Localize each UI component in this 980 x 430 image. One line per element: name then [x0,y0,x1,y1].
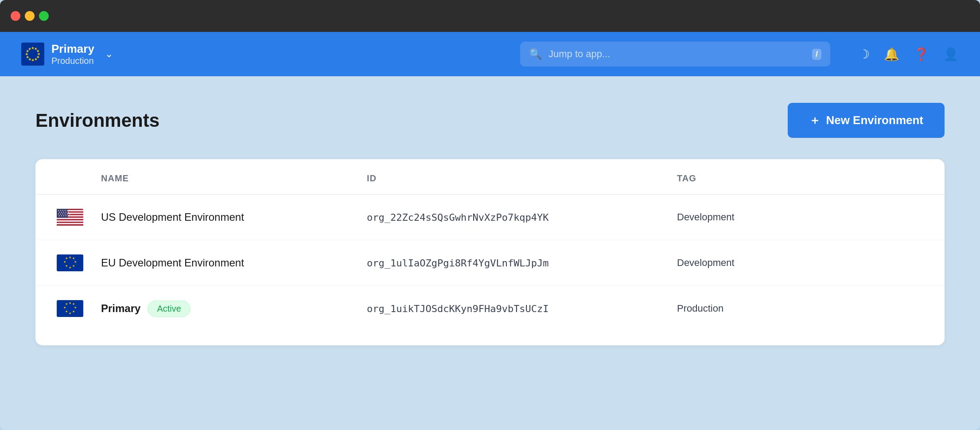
svg-rect-24 [57,223,83,224]
env-tag: Development [677,211,923,223]
us-flag-icon: ★ ★ ★ ★ ★ ★ ★ ★ ★ ★ ★ ★ ★ ★ ★ ★ ★ ★ ★ ★ … [57,209,83,226]
env-id: org_1ulIaOZgPgi8Rf4YgVLnfWLJpJm [367,258,677,269]
svg-text:★: ★ [65,302,68,305]
svg-rect-21 [57,219,83,220]
org-env: Production [51,56,94,66]
eu-flag-icon: ★ ★ ★ ★ ★ ★ ★ ★ [57,254,83,271]
environments-table: NAME ID TAG [35,159,945,345]
eu-flag-icon: ★ ★ ★ ★ ★ ★ ★ ★ [57,300,83,317]
plus-icon: ＋ [809,113,821,128]
svg-text:★: ★ [63,306,66,309]
active-badge: Active [148,301,190,317]
svg-rect-25 [57,224,83,226]
org-info: Primary Production [51,42,94,66]
svg-text:★: ★ [65,264,68,267]
main-content: Environments ＋ New Environment NAME ID T… [0,76,980,430]
col-header-id: ID [367,173,677,184]
svg-text:★: ★ [74,306,77,309]
minimize-button[interactable] [25,11,35,21]
nav-icons: ☽ 🔔 ❓ 👤 [859,47,959,62]
page-header: Environments ＋ New Environment [35,103,945,138]
flag-cell: ★ ★ ★ ★ ★ ★ ★ ★ ★ ★ ★ ★ ★ ★ ★ ★ ★ ★ ★ ★ … [57,209,101,226]
svg-text:★: ★ [69,256,71,259]
close-button[interactable] [11,11,20,21]
svg-text:★: ★ [72,257,75,260]
env-id: org_1uikTJOSdcKKyn9FHa9vbTsUCzI [367,303,677,314]
env-name: US Development Environment [101,211,367,223]
col-header-tag: TAG [677,173,923,184]
table-row[interactable]: ★ ★ ★ ★ ★ ★ ★ ★ ★ ★ ★ ★ ★ ★ ★ ★ ★ ★ ★ ★ … [35,195,945,240]
svg-text:★: ★ [63,260,66,263]
app-window: Primary Production ⌄ 🔍 / ☽ 🔔 ❓ 👤 Environ… [0,0,980,430]
navbar: Primary Production ⌄ 🔍 / ☽ 🔔 ❓ 👤 [0,32,980,76]
env-id: org_22Zc24sSQsGwhrNvXzPo7kqp4YK [367,212,677,223]
org-name: Primary [51,42,94,56]
table-header: NAME ID TAG [35,173,945,195]
traffic-lights [11,11,49,21]
search-input[interactable] [548,48,806,60]
theme-toggle-icon[interactable]: ☽ [859,47,870,62]
svg-text:★: ★ [72,302,75,305]
env-name: EU Development Environment [101,257,367,269]
title-bar [0,0,980,32]
user-icon[interactable]: 👤 [943,47,959,62]
svg-text:★: ★ [69,301,71,305]
org-flag-icon [21,43,44,66]
svg-text:★: ★ [69,312,71,315]
svg-rect-22 [57,220,83,222]
table-row[interactable]: ★ ★ ★ ★ ★ ★ ★ ★ EU Development Environme… [35,240,945,286]
search-bar[interactable]: 🔍 / [520,42,830,66]
maximize-button[interactable] [39,11,49,21]
new-environment-button[interactable]: ＋ New Environment [788,103,945,138]
svg-text:★ ★ ★ ★ ★: ★ ★ ★ ★ ★ [58,215,69,217]
notifications-icon[interactable]: 🔔 [884,47,899,62]
env-tag: Production [677,303,923,314]
env-tag: Development [677,257,923,269]
svg-rect-23 [57,222,83,223]
env-name: Primary Active [101,301,367,317]
col-header-name: NAME [101,173,367,184]
flag-cell: ★ ★ ★ ★ ★ ★ ★ ★ [57,300,101,317]
env-name-text: Primary [101,302,140,315]
chevron-down-icon[interactable]: ⌄ [105,48,113,60]
svg-text:★: ★ [69,266,71,269]
svg-rect-20 [57,218,83,219]
search-icon: 🔍 [529,48,542,60]
svg-text:★: ★ [74,260,77,263]
col-header-icon [57,173,101,184]
flag-cell: ★ ★ ★ ★ ★ ★ ★ ★ [57,254,101,271]
svg-text:★: ★ [65,310,68,313]
table-row[interactable]: ★ ★ ★ ★ ★ ★ ★ ★ Primary Active [35,286,945,331]
svg-rect-0 [21,43,44,66]
new-environment-label: New Environment [826,113,923,127]
page-title: Environments [35,110,159,131]
kbd-slash-icon: / [812,49,821,60]
svg-text:★: ★ [72,310,75,313]
svg-text:★: ★ [72,264,75,267]
help-icon[interactable]: ❓ [914,47,929,62]
svg-text:★: ★ [65,257,68,260]
org-selector[interactable]: Primary Production ⌄ [21,42,113,66]
